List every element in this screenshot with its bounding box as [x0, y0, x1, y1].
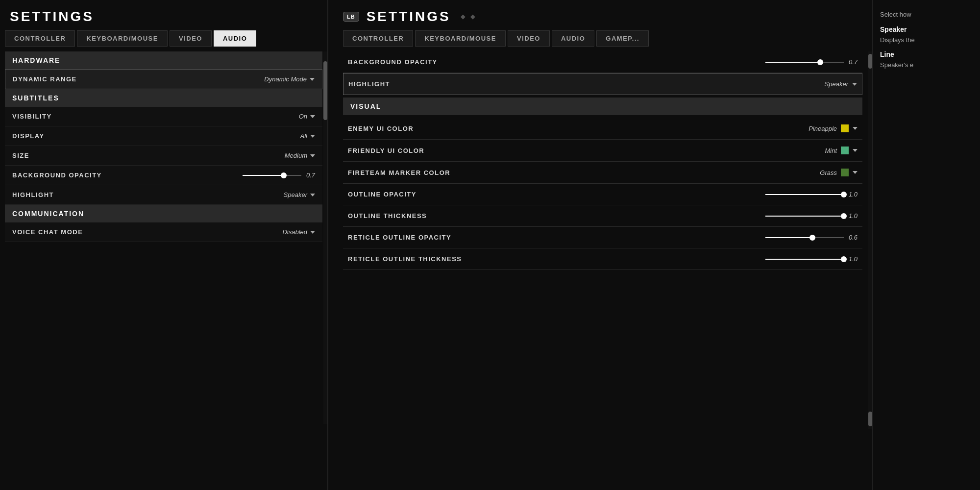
right-val-bg-opacity: 0.7: [849, 58, 858, 66]
right-slider-reticle-opacity[interactable]: 0.6: [765, 234, 858, 241]
value-size[interactable]: Medium: [285, 152, 315, 159]
right-track-outline-opacity: [765, 194, 844, 195]
setting-display[interactable]: DISPLAY All: [5, 126, 322, 146]
right-slider-outline-thickness[interactable]: 1.0: [765, 212, 858, 220]
label-voice-chat: VOICE CHAT MODE: [12, 228, 83, 236]
section-subtitles: SUBTITLES: [5, 89, 322, 107]
right-tab-bar: CONTROLLER KEYBOARD/MOUSE VIDEO AUDIO GA…: [328, 30, 872, 51]
right-thumb-outline-thickness: [841, 213, 847, 219]
dropdown-arrow-visibility: [310, 115, 315, 118]
fireteam-color-swatch: [841, 169, 849, 176]
right-value-highlight[interactable]: Speaker: [825, 80, 857, 88]
right-main: LB SETTINGS ◆ ◆ CONTROLLER KEYBOARD/MOUS…: [328, 0, 872, 490]
help-option1-title: Speaker: [880, 25, 973, 33]
value-display[interactable]: All: [300, 132, 315, 140]
left-panel: SETTINGS CONTROLLER KEYBOARD/MOUSE VIDEO…: [0, 0, 328, 490]
right-thumb-outline-opacity: [841, 192, 847, 197]
right-setting-reticle-opacity[interactable]: RETICLE OUTLINE OPACITY 0.6: [343, 227, 862, 248]
right-setting-friendly-color[interactable]: FRIENDLY UI COLOR Mint: [343, 140, 862, 162]
slider-bg-opacity[interactable]: 0.7: [243, 172, 315, 179]
right-slider-outline-opacity[interactable]: 1.0: [765, 191, 858, 198]
setting-dynamic-range[interactable]: DYNAMIC RANGE Dynamic Mode: [5, 69, 322, 89]
label-highlight: HIGHLIGHT: [12, 191, 54, 198]
setting-highlight[interactable]: HIGHLIGHT Speaker: [5, 185, 322, 205]
help-option1-desc: Displays the: [880, 35, 973, 45]
slider-thumb-bg-opacity: [281, 172, 287, 178]
slider-val-bg-opacity: 0.7: [306, 172, 315, 179]
right-slider-bg-opacity[interactable]: 0.7: [765, 58, 858, 66]
dropdown-arrow-voice-chat: [310, 231, 315, 234]
right-label-friendly-color: FRIENDLY UI COLOR: [348, 147, 424, 154]
right-value-enemy-color[interactable]: Pineapple: [808, 124, 858, 132]
right-val-outline-thickness: 1.0: [849, 212, 858, 220]
right-label-enemy-color: ENEMY UI COLOR: [348, 125, 414, 132]
right-label-fireteam-color: FIRETEAM MARKER COLOR: [348, 169, 450, 176]
right-fill-outline-opacity: [765, 194, 844, 195]
right-slider-reticle-thickness[interactable]: 1.0: [765, 255, 858, 263]
right-thumb-reticle-opacity: [809, 235, 815, 241]
help-panel: Select how Speaker Displays the Line Spe…: [872, 0, 980, 490]
left-tab-bar: CONTROLLER KEYBOARD/MOUSE VIDEO AUDIO: [0, 30, 327, 51]
right-fill-outline-thickness: [765, 216, 844, 217]
dropdown-arrow-dynamic-range: [310, 78, 315, 81]
label-size: SIZE: [12, 152, 29, 159]
right-track-outline-thickness: [765, 216, 844, 217]
right-track-bg-opacity: [765, 62, 844, 63]
right-section-visual: VISUAL: [343, 98, 862, 115]
right-setting-fireteam-color[interactable]: FIRETEAM MARKER COLOR Grass: [343, 162, 862, 184]
tab-gamep-right[interactable]: GAMEP...: [596, 30, 649, 47]
right-fill-bg-opacity: [765, 62, 820, 63]
right-setting-reticle-thickness[interactable]: RETICLE OUTLINE THICKNESS 1.0: [343, 248, 862, 270]
tab-keyboard-right[interactable]: KEYBOARD/MOUSE: [415, 30, 506, 47]
tab-video-right[interactable]: VIDEO: [508, 30, 550, 47]
right-arrow-enemy-color: [853, 127, 858, 130]
right-value-friendly-color[interactable]: Mint: [825, 147, 858, 154]
right-fill-reticle-thickness: [765, 259, 844, 260]
setting-size[interactable]: SIZE Medium: [5, 146, 322, 166]
label-visibility: VISIBILITY: [12, 113, 52, 120]
tab-audio-right[interactable]: AUDIO: [552, 30, 594, 47]
dropdown-arrow-highlight: [310, 194, 315, 196]
right-scroll-area[interactable]: BACKGROUND OPACITY 0.7 HIGHLIGHT Speaker: [328, 51, 872, 429]
friendly-color-swatch: [841, 147, 849, 154]
right-setting-outline-thickness[interactable]: OUTLINE THICKNESS 1.0: [343, 205, 862, 227]
tab-audio-left[interactable]: AUDIO: [214, 30, 256, 47]
tab-controller-left[interactable]: CONTROLLER: [5, 30, 75, 47]
dropdown-arrow-size: [310, 154, 315, 157]
section-hardware: HARDWARE: [5, 51, 322, 69]
right-arrow-friendly-color: [853, 149, 858, 152]
dropdown-arrow-display: [310, 135, 315, 138]
slider-fill-bg-opacity: [243, 175, 284, 176]
slider-track-bg-opacity: [243, 175, 301, 176]
right-setting-outline-opacity[interactable]: OUTLINE OPACITY 1.0: [343, 184, 862, 205]
right-label-reticle-opacity: RETICLE OUTLINE OPACITY: [348, 234, 451, 241]
right-track-reticle-opacity: [765, 237, 844, 238]
right-thumb-bg-opacity: [817, 59, 823, 65]
tab-video-left[interactable]: VIDEO: [170, 30, 212, 47]
left-scroll-area[interactable]: HARDWARE DYNAMIC RANGE Dynamic Mode SUBT…: [0, 51, 327, 424]
right-setting-enemy-color[interactable]: ENEMY UI COLOR Pineapple: [343, 118, 862, 140]
right-fill-reticle-opacity: [765, 237, 812, 238]
right-label-highlight: HIGHLIGHT: [348, 80, 390, 88]
right-thumb-reticle-thickness: [841, 256, 847, 262]
right-label-outline-opacity: OUTLINE OPACITY: [348, 191, 416, 198]
help-option2-desc: Speaker's e: [880, 60, 973, 70]
tab-keyboard-left[interactable]: KEYBOARD/MOUSE: [77, 30, 168, 47]
value-voice-chat[interactable]: Disabled: [282, 228, 315, 236]
right-value-fireteam-color[interactable]: Grass: [820, 169, 858, 176]
help-intro: Select how: [880, 10, 973, 20]
setting-bg-opacity[interactable]: BACKGROUND OPACITY 0.7: [5, 166, 322, 185]
value-highlight[interactable]: Speaker: [284, 191, 315, 198]
right-setting-bg-opacity[interactable]: BACKGROUND OPACITY 0.7: [343, 51, 862, 73]
value-dynamic-range[interactable]: Dynamic Mode: [264, 75, 315, 83]
value-visibility[interactable]: On: [299, 113, 315, 120]
right-setting-highlight[interactable]: HIGHLIGHT Speaker: [343, 73, 862, 95]
setting-voice-chat[interactable]: VOICE CHAT MODE Disabled: [5, 222, 322, 242]
lb-badge: LB: [343, 12, 359, 22]
right-arrow-fireteam-color: [853, 171, 858, 174]
right-title-dots: ◆ ◆: [461, 13, 477, 20]
right-label-bg-opacity: BACKGROUND OPACITY: [348, 58, 438, 66]
tab-controller-right[interactable]: CONTROLLER: [343, 30, 413, 47]
setting-visibility[interactable]: VISIBILITY On: [5, 107, 322, 126]
right-label-outline-thickness: OUTLINE THICKNESS: [348, 212, 427, 220]
